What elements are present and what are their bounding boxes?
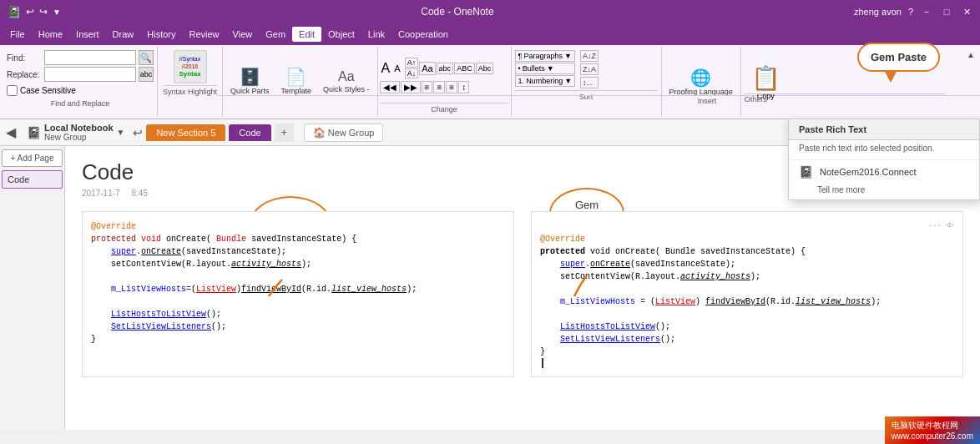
help-button[interactable]: ?	[908, 7, 913, 17]
title-bar-left: 📓 ↩ ↪ ▼	[7, 5, 61, 18]
code-tab[interactable]: Code	[229, 124, 270, 141]
case-sensitive-checkbox[interactable]	[7, 85, 18, 96]
indent-left-button[interactable]: ◀◀	[380, 81, 400, 93]
r-list-hosts-call: ListHostsToListView	[560, 322, 655, 331]
param-bundle: Bundle	[216, 235, 246, 244]
r-code-line-6: m_ListViewHosts = (ListView) findViewByI…	[540, 295, 954, 308]
dropdown-noteGem-item[interactable]: 📓 NoteGem2016.Connect	[789, 160, 979, 184]
ribbon-collapse-button[interactable]: ▲	[967, 50, 975, 59]
menu-draw[interactable]: Draw	[106, 27, 141, 42]
paragraphs-dropdown[interactable]: ▼	[564, 52, 572, 60]
collapse-icon[interactable]: ◁▷	[945, 220, 954, 230]
menu-history[interactable]: History	[140, 27, 182, 42]
noteGem-icon: 📓	[799, 165, 813, 179]
syntax-highlight-button[interactable]: //Syntax //2016 Syntax	[174, 50, 207, 83]
section-tab[interactable]: New Section 5	[146, 124, 225, 141]
find-search-button[interactable]: 🔍	[139, 50, 154, 65]
numbering-dropdown[interactable]: ▼	[564, 77, 572, 85]
listview-var: m_ListViewHosts	[111, 285, 186, 294]
find-row: Find: 🔍	[7, 50, 154, 65]
paragraphs-button[interactable]: ¶ Paragraphs ▼	[515, 50, 575, 62]
menu-cooperation[interactable]: Cooperation	[391, 27, 455, 42]
page-date: 2017-11-7	[82, 189, 120, 198]
paren: (savedInstanceState);	[181, 247, 286, 256]
copy-button[interactable]: 📋 Copy	[745, 50, 787, 114]
r-setcontent-call: setContentView(R.layout.	[560, 272, 680, 281]
menu-insert[interactable]: Insert	[69, 27, 106, 42]
quick-access-undo[interactable]: ↩	[26, 6, 34, 18]
menu-home[interactable]: Home	[32, 27, 69, 42]
font-a-large[interactable]: A	[380, 60, 392, 77]
replace-input[interactable]	[44, 67, 136, 82]
listview-type: ListView	[196, 285, 236, 294]
title-bar-right: zheng avon ? − □ ✕	[854, 5, 973, 18]
align-left-button[interactable]: ≡	[422, 81, 433, 93]
r-set-listeners-call: SetListViewListeners	[560, 335, 660, 344]
numbering-label: Numbering	[526, 77, 563, 85]
menu-review[interactable]: Review	[183, 27, 226, 42]
r-semicolon: );	[750, 272, 760, 281]
minimize-button[interactable]: −	[920, 5, 933, 18]
font-controls: A A A↑ A↓ Aa abc ABC Abc ◀◀ ▶▶	[380, 58, 494, 93]
notebook-undo-button[interactable]: ↩	[133, 126, 143, 139]
abc-button[interactable]: abc	[437, 63, 454, 74]
font-size-row: A A A↑ A↓ Aa abc ABC Abc	[380, 58, 494, 78]
left-code-block: @Override protected void onCreate( Bundl…	[82, 211, 514, 377]
nav-back-button[interactable]: ◀	[3, 124, 18, 140]
aa-button[interactable]: Aa	[419, 62, 435, 75]
menu-link[interactable]: Link	[361, 27, 391, 42]
notebook-dropdown-icon[interactable]: ▼	[117, 128, 125, 137]
numbering-button[interactable]: 1. Numbering ▼	[515, 75, 575, 87]
font-size-down[interactable]: A↓	[405, 68, 419, 78]
notebook-selector[interactable]: 📓 Local Notebook New Group ▼	[22, 121, 129, 144]
keyword-protected: protected	[91, 235, 136, 244]
page-time: 8:45	[132, 189, 148, 198]
replace-abc-button[interactable]: abc	[139, 67, 154, 82]
code-container: @Override protected void onCreate( Bundl…	[82, 211, 963, 377]
menu-edit[interactable]: Edit	[292, 27, 321, 42]
new-group-label: New Group	[328, 128, 375, 138]
r-semi: );	[871, 297, 881, 306]
sort-za-button[interactable]: Z↓A	[580, 63, 599, 75]
r-eq: = (	[635, 297, 655, 306]
semicolon: );	[301, 260, 311, 269]
page-item-code[interactable]: Code	[2, 170, 63, 189]
case-sensitive-label: Case Sensitive	[20, 86, 76, 95]
align-right-button[interactable]: ≡	[446, 81, 457, 93]
abc3-button[interactable]: Abc	[476, 63, 494, 74]
align-center-button[interactable]: ≡	[433, 81, 445, 93]
menu-gem[interactable]: Gem	[259, 27, 292, 42]
line-spacing-button[interactable]: ↕	[458, 81, 469, 93]
call-parens: ();	[206, 310, 221, 319]
bullets-button[interactable]: • Bullets ▼	[515, 63, 575, 74]
maximize-button[interactable]: □	[940, 5, 953, 18]
others-group-label: Others	[745, 93, 947, 103]
replace-label: Replace:	[7, 70, 42, 79]
new-group-icon: 🏠	[313, 127, 326, 139]
add-page-button[interactable]: + Add Page	[2, 149, 63, 167]
sort-more-button[interactable]: ↕...	[580, 77, 599, 88]
r-method-name: onCreate(	[615, 247, 660, 256]
change-group: A A A↑ A↓ Aa abc ABC Abc ◀◀ ▶▶	[378, 47, 512, 117]
bullets-dropdown[interactable]: ▼	[547, 64, 554, 73]
new-group-tab[interactable]: 🏠 New Group	[304, 124, 384, 142]
find-input[interactable]	[44, 50, 136, 65]
add-tab-button[interactable]: +	[275, 124, 294, 142]
abc2-button[interactable]: ABC	[454, 63, 475, 74]
font-a-small[interactable]: A	[392, 63, 402, 74]
menu-object[interactable]: Object	[321, 27, 361, 42]
dropdown-tell-more[interactable]: Tell me more	[789, 184, 979, 199]
setcontent-call: setContentView(R.layout.	[111, 260, 231, 269]
font-size-up[interactable]: A↑	[405, 58, 419, 68]
quick-access-redo[interactable]: ↪	[39, 6, 48, 18]
indent-right-button[interactable]: ▶▶	[401, 81, 421, 93]
quick-access-more[interactable]: ▼	[53, 8, 61, 17]
close-button[interactable]: ✕	[960, 5, 973, 18]
sort-az-button[interactable]: A↓Z	[580, 50, 599, 62]
ellipsis-icon: ...	[928, 220, 942, 230]
code-line-8: ListHostsToListView();	[91, 308, 505, 320]
menu-view[interactable]: View	[226, 27, 260, 42]
menu-file[interactable]: File	[3, 27, 32, 42]
eq: =(	[186, 285, 196, 294]
format-row: ◀◀ ▶▶ ≡ ≡ ≡ ↕	[380, 81, 494, 93]
